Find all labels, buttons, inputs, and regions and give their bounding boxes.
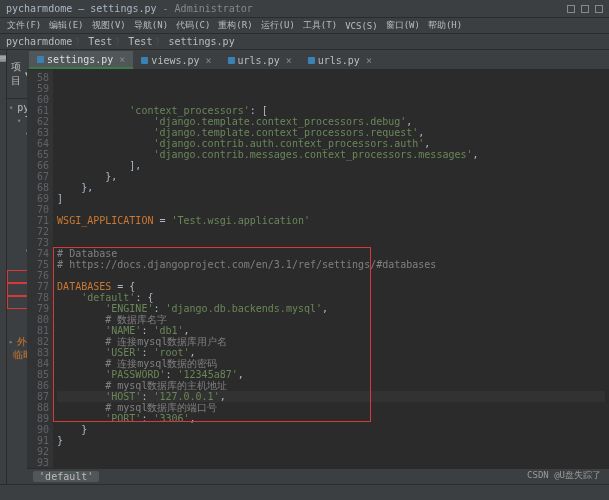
tree-node[interactable]: tests.py bbox=[7, 205, 27, 218]
menu-item[interactable]: 工具(T) bbox=[300, 19, 340, 32]
tree-node[interactable]: __init__.py bbox=[7, 257, 27, 270]
tree-node[interactable]: ▾Test bbox=[7, 244, 27, 257]
tree-node[interactable]: __init__.py bbox=[7, 153, 27, 166]
source[interactable]: 'context_processors': [ 'django.template… bbox=[53, 70, 609, 468]
tree-node[interactable]: asgi.py bbox=[7, 270, 27, 283]
menu-item[interactable]: 导航(N) bbox=[131, 19, 171, 32]
editor-area: settings.py×views.py×urls.py×urls.py× 58… bbox=[27, 50, 609, 484]
tree-node[interactable]: ▾app1 bbox=[7, 127, 27, 140]
project-sidebar[interactable]: 项目▼ ⊕ ÷ ✕ — ▾pycharmdome D:\pycharmdome … bbox=[7, 50, 27, 484]
tree-root[interactable]: ▾pycharmdome D:\pycharmdome bbox=[7, 101, 27, 114]
tree-node[interactable]: admin.py bbox=[7, 166, 27, 179]
menu-item[interactable]: 视图(V) bbox=[89, 19, 129, 32]
tree-node[interactable]: models.py bbox=[7, 192, 27, 205]
tree-node[interactable]: views.py bbox=[7, 231, 27, 244]
tree-node[interactable]: ▾Test bbox=[7, 114, 27, 127]
tree-node[interactable]: settings.py bbox=[7, 283, 27, 296]
menu-item[interactable]: 编辑(E) bbox=[46, 19, 86, 32]
tree-node[interactable]: 临时文件和控制台 bbox=[7, 348, 27, 361]
project-tool-button: ▦ bbox=[0, 52, 6, 63]
menu-item[interactable]: VCS(S) bbox=[342, 21, 381, 31]
editor-tabs[interactable]: settings.py×views.py×urls.py×urls.py× bbox=[27, 50, 609, 70]
tree-node[interactable]: wsgi.py bbox=[7, 309, 27, 322]
editor-tab[interactable]: urls.py× bbox=[220, 51, 300, 69]
project-tree[interactable]: ▾pycharmdome D:\pycharmdome ▾Test▾app1▸m… bbox=[7, 99, 27, 363]
structure-tabs[interactable]: 'default' bbox=[27, 468, 609, 484]
titlebar: pycharmdome – settings.py - Administrato… bbox=[0, 0, 609, 18]
sidebar-header: 项目▼ ⊕ ÷ ✕ — bbox=[7, 50, 27, 99]
watermark: CSDN @U盘失踪了 bbox=[527, 469, 601, 482]
tree-node[interactable]: ▸migrations bbox=[7, 140, 27, 153]
code-editor[interactable]: 5859606162636465666768697071727374757677… bbox=[27, 70, 609, 468]
tree-node[interactable]: urls.py bbox=[7, 218, 27, 231]
breadcrumb[interactable]: pycharmdome〉Test〉Test〉settings.py bbox=[0, 34, 609, 50]
menu-item[interactable]: 代码(C) bbox=[173, 19, 213, 32]
crumb[interactable]: Test bbox=[128, 36, 152, 47]
menubar[interactable]: 文件(F)编辑(E)视图(V)导航(N)代码(C)重构(R)运行(U)工具(T)… bbox=[0, 18, 609, 34]
crumb[interactable]: settings.py bbox=[168, 36, 234, 47]
gutter[interactable]: 5859606162636465666768697071727374757677… bbox=[27, 70, 53, 468]
menu-item[interactable]: 重构(R) bbox=[215, 19, 255, 32]
tree-node[interactable]: apps.py bbox=[7, 179, 27, 192]
crumb[interactable]: Test bbox=[88, 36, 112, 47]
menu-item[interactable]: 窗口(W) bbox=[383, 19, 423, 32]
menu-item[interactable]: 帮助(H) bbox=[425, 19, 465, 32]
statusbar: CSDN @U盘失踪了 bbox=[0, 484, 609, 500]
menu-item[interactable]: 文件(F) bbox=[4, 19, 44, 32]
app-title: pycharmdome – settings.py bbox=[6, 3, 157, 14]
structure-tab: 'default' bbox=[33, 471, 99, 482]
toolwindow-strip-left[interactable]: ▦ bbox=[0, 50, 7, 484]
sidebar-title: 项目 bbox=[11, 60, 21, 88]
tree-node[interactable]: ▸外部库 bbox=[7, 335, 27, 348]
tree-node[interactable]: manage.py bbox=[7, 322, 27, 335]
editor-tab[interactable]: settings.py× bbox=[29, 51, 133, 69]
editor-tab[interactable]: urls.py× bbox=[300, 51, 380, 69]
tree-node[interactable]: urls.py bbox=[7, 296, 27, 309]
editor-tab[interactable]: views.py× bbox=[133, 51, 219, 69]
menu-item[interactable]: 运行(U) bbox=[258, 19, 298, 32]
crumb[interactable]: pycharmdome bbox=[6, 36, 72, 47]
window-controls[interactable] bbox=[567, 5, 603, 13]
